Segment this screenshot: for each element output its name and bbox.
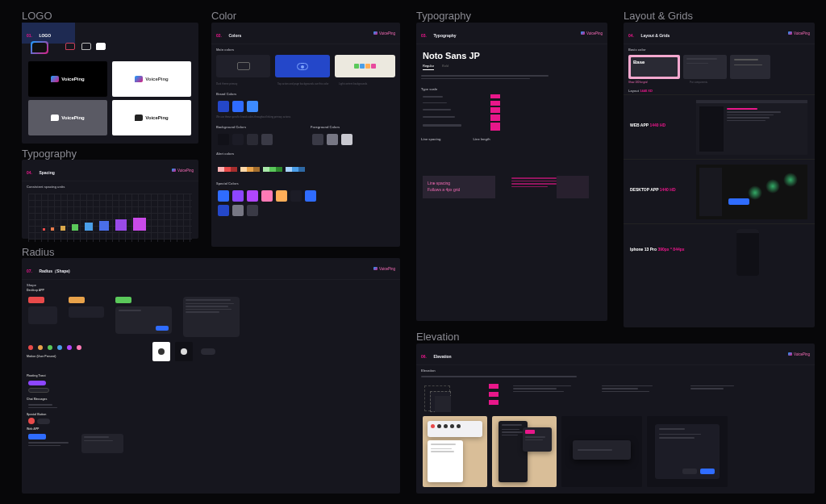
logo-tile-white-2: VoicePing [112, 100, 191, 135]
frame-layout-grids[interactable]: 04. Layout & Grids VoicePing Basic color… [624, 23, 815, 327]
spacing-step [60, 226, 65, 231]
bg-colors-heading: Background Colors [211, 122, 306, 131]
swatch [261, 190, 273, 202]
avatar-glow-icon [748, 185, 762, 200]
frame-title: Elevation [433, 354, 451, 359]
elev-card-wood-1 [423, 416, 487, 487]
swatch [263, 167, 269, 172]
tab-regular[interactable]: Regular [423, 64, 434, 70]
mini-widget-icon [360, 64, 365, 69]
dot-icon [57, 345, 62, 350]
secondary-btn [682, 469, 697, 474]
elevation-blurb [416, 376, 815, 382]
brand-text: VoicePing [61, 115, 85, 120]
swatch [232, 190, 244, 202]
dot-icon [28, 345, 33, 350]
web-app-heading-radius: Web APP [22, 424, 400, 432]
tag-icon [525, 430, 535, 434]
dot-icon [431, 424, 435, 428]
scale-tag [490, 123, 500, 131]
speech-bubble-icon [135, 76, 143, 82]
special-colors-heading: Special Colors [211, 178, 400, 187]
shape-sample [69, 297, 85, 303]
spacing-step [72, 224, 78, 231]
logo-mark-outline-3 [94, 40, 107, 52]
iphone-preview [736, 229, 759, 276]
grid-card-base: Base [628, 55, 680, 79]
spacing-step [115, 219, 127, 231]
line-length-sample [511, 176, 592, 198]
brand-text: VoicePing [145, 77, 169, 81]
frame-typography[interactable]: 03. Typography VoicePing Noto Sans JP Re… [416, 23, 607, 321]
swatch [247, 167, 253, 172]
primary-btn [700, 469, 715, 474]
elev-card-dark-1 [561, 416, 642, 487]
swatch [231, 167, 237, 172]
grid-card-2 [683, 55, 727, 79]
frame-num: 04. [628, 33, 634, 38]
swatch [261, 134, 273, 145]
logo-tile-white-1: VoicePing [112, 61, 191, 97]
voiceping-watermark: VoicePing [373, 267, 395, 271]
tab-bold[interactable]: Bold [442, 64, 448, 70]
color-desc: Top action and page backgrounds use this… [277, 82, 334, 85]
avatar-card-sample-dark [175, 342, 193, 361]
frame-title: Layout & Grids [640, 33, 670, 38]
pill-sample [201, 348, 215, 355]
card-icon [237, 62, 250, 70]
voiceping-watermark: VoicePing [581, 31, 603, 35]
chat-heading: Chat Messages [22, 394, 400, 402]
section-heading-typography: Typography [416, 10, 471, 22]
swatch [218, 134, 229, 145]
speech-bubble-icon [65, 43, 75, 50]
section-heading-typography-left: Typography [22, 148, 77, 160]
avatar-icon [158, 348, 165, 355]
elev-card-dark-2 [647, 416, 728, 487]
speech-bubble-icon [31, 41, 48, 54]
toast-sample [28, 381, 46, 385]
avatar-glow-icon [766, 179, 780, 194]
alert-swatches [211, 157, 400, 178]
shape-sample [69, 306, 104, 318]
shape-sample [28, 297, 44, 303]
frame-elevation[interactable]: 06. Elevation VoicePing Elevation [416, 344, 815, 494]
design-system-canvas[interactable]: LOGO Color Typography Layout & Grids Typ… [0, 0, 826, 504]
line-spacing-text: Line spacing Follows a 4px grid [428, 181, 490, 193]
frame-title: Spacing [39, 170, 54, 175]
swatch [232, 101, 244, 112]
elev-tag-2 [489, 392, 499, 397]
shape-heading: Shape [22, 280, 400, 289]
web-app-label: WEB APP 1440 HD [630, 123, 665, 127]
mini-widget-icon [354, 64, 359, 69]
speech-bubble-icon [81, 43, 91, 50]
layout-basic-heading: Basic color [624, 44, 815, 53]
frame-colors[interactable]: 02. Colors VoicePing Main colors Dark th… [211, 23, 400, 247]
frame-logo[interactable]: 01. LOGO VoicePing VoicePing VoicePing V… [22, 23, 198, 144]
swatch [312, 134, 323, 145]
frame-spacing[interactable]: 04. Spacing VoicePing Consistent spacing… [22, 160, 198, 239]
color-desc: Light content backgrounds [339, 82, 395, 85]
frame-num: 03. [421, 33, 427, 38]
voiceping-watermark: VoicePing [788, 31, 810, 35]
shape-sample [115, 306, 172, 334]
panel-sample [81, 434, 123, 453]
avatar-card-sample [152, 342, 170, 361]
swatch [286, 167, 292, 172]
frame-radius[interactable]: 07. Radius（Shape) VoicePing Shape Deskto… [22, 258, 400, 494]
brand-text: VoicePing [145, 115, 169, 120]
grid-note-left: Show 100 for grid [628, 81, 686, 84]
color-hero-dark [216, 55, 270, 77]
pill-sample [37, 419, 50, 424]
swatch [247, 205, 258, 216]
bg-swatches [211, 131, 306, 148]
scale-tag [490, 94, 500, 98]
special-btn-heading: Special Button [22, 410, 400, 418]
dot-icon [450, 424, 454, 428]
frame-num: 04. [27, 170, 32, 175]
type-scale-heading: Type scale [416, 84, 607, 93]
swatch [218, 190, 229, 202]
frame-title: Typography [433, 33, 456, 38]
pill-button [728, 198, 749, 205]
speech-bubble-icon [135, 115, 143, 121]
tooltip-sample [183, 297, 240, 337]
